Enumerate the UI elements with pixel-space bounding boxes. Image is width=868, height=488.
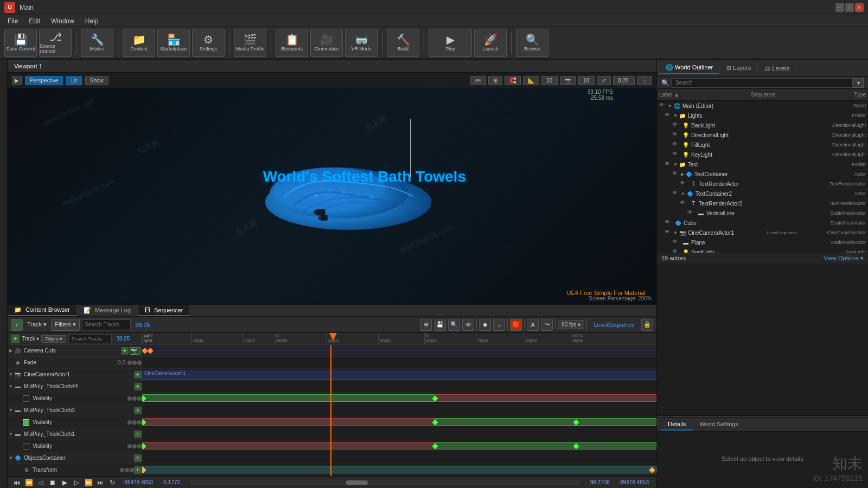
menu-window[interactable]: Window <box>46 16 80 26</box>
cloth1-expand[interactable]: ▼ <box>8 431 14 438</box>
seq-zoom-btn[interactable]: 🔍 <box>448 319 460 331</box>
cloth44-add[interactable]: + <box>134 383 142 390</box>
cloth1-add[interactable]: + <box>134 431 142 438</box>
seq-auto-btn[interactable]: A <box>527 319 539 331</box>
save-current-button[interactable]: 💾 Save Current <box>4 29 37 57</box>
view-options-btn[interactable]: View Options ▾ <box>824 255 864 262</box>
build-button[interactable]: 🔨 Build <box>387 29 419 57</box>
outliner-item-textcontainer2[interactable]: 👁 ▼ 🔷 TextContainer2 Actor <box>657 189 868 198</box>
outliner-item-textrenderactor2[interactable]: 👁 T TextRenderActor2 TextRenderActor <box>657 198 868 208</box>
menu-edit[interactable]: Edit <box>23 16 46 26</box>
track-row-cloth44[interactable]: ▼ ▬ MidPoly_ThickCloth44 + <box>8 381 142 393</box>
viewport-menu-btn[interactable]: ⋮ <box>637 76 652 85</box>
track-row-vis-3[interactable]: ✓ Visibility <box>8 416 142 428</box>
cloth44-expand[interactable]: ▼ <box>8 383 14 390</box>
viewport-camera-btn[interactable]: 📷 <box>560 76 576 85</box>
perspective-button[interactable]: Perspective <box>25 76 63 85</box>
timeline-vis44[interactable] <box>142 393 656 404</box>
eye-icon-tc2[interactable]: 👁 <box>672 190 680 197</box>
viewport-angle-btn[interactable]: 📐 <box>523 76 539 85</box>
lit-button[interactable]: Lit <box>66 76 82 85</box>
seq-fps-display[interactable]: 60 fps ▾ <box>558 320 584 329</box>
outliner-item-dirlight[interactable]: 👁 💡 DirectionalLight DirectionalLight <box>657 130 868 140</box>
timeline-cinecam[interactable]: CineCameraActor1 <box>142 369 656 381</box>
seq-lock-btn[interactable]: 🔒 <box>641 319 653 331</box>
outliner-item-main[interactable]: 👁 ▼ 🌐 Main (Editor) World <box>657 101 868 111</box>
track-row-fade[interactable]: ◈ Fade 0.0 <box>8 357 142 369</box>
eye-icon-cinecam[interactable]: 👁 <box>665 229 672 236</box>
eye-icon-tra[interactable]: 👁 <box>680 180 687 188</box>
track-row-cinecamera[interactable]: ▼ 📷 CineCameraActor1 + <box>8 369 142 381</box>
content-button[interactable]: 📁 Content <box>123 29 155 57</box>
pb-scrollthumb[interactable] <box>346 480 368 485</box>
tab-world-settings[interactable]: World Settings <box>693 419 745 431</box>
seq-search-input[interactable] <box>82 319 131 330</box>
outliner-item-cinecam[interactable]: 👁 ▼ 📷 CineCameraActor1 LevelSequence Cin… <box>657 228 868 237</box>
timeline-objects[interactable] <box>142 452 656 464</box>
outliner-item-keylight[interactable]: 👁 💡 KeyLight DirectionalLight <box>657 150 868 159</box>
minimize-button[interactable]: ─ <box>835 3 844 12</box>
eye-icon-main[interactable]: 👁 <box>659 102 667 110</box>
close-button[interactable]: ✕ <box>855 3 864 12</box>
add-track-btn[interactable]: + <box>11 335 20 343</box>
pb-prev-frame-btn[interactable]: ◁ <box>36 478 46 487</box>
outliner-options-btn[interactable]: ▾ <box>853 78 864 88</box>
vis44-checkbox[interactable] <box>23 395 29 402</box>
seq-snap-btn[interactable]: ⬦ <box>493 319 505 331</box>
tab-world-outliner[interactable]: 🌐 World Outliner <box>659 62 720 74</box>
eye-icon-backlight[interactable]: 👁 <box>672 121 680 129</box>
seq-wave-btn[interactable]: 〜 <box>541 319 553 331</box>
toggle-realtime-button[interactable]: ▶ <box>12 76 22 85</box>
track-row-camera-cuts[interactable]: ▶ 🎥 Camera Cuts + 📷 <box>8 345 142 357</box>
tab-layers[interactable]: ⊞ Layers <box>720 62 758 74</box>
outliner-item-cube[interactable]: 👁 🔷 Cube StaticMeshActor <box>657 218 868 228</box>
pb-next-frame-btn[interactable]: ▷ <box>72 478 81 487</box>
viewport-grid-btn[interactable]: ⊞ <box>488 76 502 85</box>
track-row-vis-44[interactable]: Visibility <box>8 393 142 404</box>
viewport-vr-btn[interactable]: 🎮 <box>470 76 486 85</box>
eye-icon-spot[interactable]: 👁 <box>672 248 680 253</box>
cinematics-button[interactable]: 🎥 Cinematics <box>310 29 343 57</box>
track-row-objects[interactable]: ▼ 🔷 ObjectsContainer + <box>8 452 142 464</box>
eye-icon-tra2[interactable]: 👁 <box>680 200 687 207</box>
pb-end-btn[interactable]: ⏭ <box>95 478 105 487</box>
timeline-cloth1[interactable] <box>142 428 656 440</box>
source-control-button[interactable]: ⎇ Source Control <box>39 29 72 57</box>
viewport-tab-1[interactable]: Viewport 1 <box>8 61 49 71</box>
viewport-fullscreen-btn[interactable]: ⤢ <box>597 76 611 85</box>
eye-icon-filllight[interactable]: 👁 <box>672 141 680 149</box>
sequencer-timeline[interactable]: A|FE0|00 10|00 20|00 C30|00 40|00 50|00 … <box>142 333 656 476</box>
seq-save-btn[interactable]: 💾 <box>434 319 446 331</box>
blueprints-button[interactable]: 📋 Blueprints <box>276 29 308 57</box>
seq-add-btn2[interactable]: ⊕ <box>420 319 432 331</box>
eye-icon-plane[interactable]: 👁 <box>672 239 680 246</box>
seq-filter-btn[interactable]: Filters ▾ <box>51 319 80 331</box>
media-profile-button[interactable]: 🎬 Media Profile <box>234 29 266 57</box>
pb-loop-btn[interactable]: ↻ <box>107 478 117 487</box>
marketplace-button[interactable]: 🏪 Marketplace <box>157 29 190 57</box>
pb-next-key-btn[interactable]: ⏩ <box>84 478 93 487</box>
tab-levels[interactable]: 🗂 Levels <box>758 63 796 74</box>
modes-button[interactable]: 🔧 Modes <box>81 29 113 57</box>
restore-button[interactable]: □ <box>845 3 854 12</box>
pb-play-btn[interactable]: ▶ <box>60 478 69 487</box>
track-row-vis-1[interactable]: Visibility <box>8 440 142 452</box>
launch-button[interactable]: 🚀 Launch <box>474 29 507 57</box>
seq-keys-btn[interactable]: ◆ <box>479 319 491 331</box>
scale-input[interactable] <box>613 76 635 85</box>
transform-add[interactable]: + <box>134 466 142 474</box>
eye-icon-lights[interactable]: 👁 <box>665 112 672 119</box>
eye-icon-tc[interactable]: 👁 <box>672 170 680 178</box>
outliner-item-plane[interactable]: 👁 ▬ Plane StaticMeshActor <box>657 237 868 247</box>
eye-icon-vl[interactable]: 👁 <box>687 209 695 217</box>
timeline-fade[interactable] <box>142 357 656 369</box>
cinecamera-expand[interactable]: ▼ <box>8 371 14 378</box>
track-search-input[interactable] <box>68 335 112 343</box>
cloth3-expand[interactable]: ▼ <box>8 407 14 414</box>
outliner-search-input[interactable] <box>672 78 853 88</box>
outliner-item-textcontainer[interactable]: 👁 ▶ 🔷 TextContainer Actor <box>657 169 868 179</box>
seq-record-btn[interactable]: 🔴 <box>510 319 522 331</box>
camera-cuts-add[interactable]: + <box>121 347 129 355</box>
tab-sequencer[interactable]: 🎞 Sequencer <box>138 305 190 316</box>
grid-size-input[interactable] <box>541 76 558 85</box>
